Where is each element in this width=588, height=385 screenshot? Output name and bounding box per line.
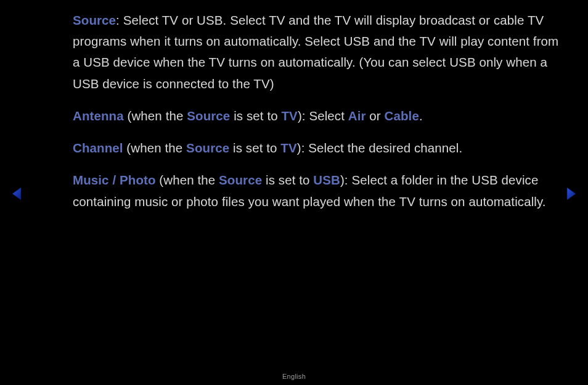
- term-source: Source: [73, 13, 116, 27]
- triangle-left-icon: [11, 187, 22, 201]
- term-source: Source: [187, 109, 230, 123]
- paragraph-source: Source: Select TV or USB. Select TV and …: [73, 10, 560, 94]
- text: : Select TV or USB. Select TV and the TV…: [73, 13, 558, 91]
- previous-page-button[interactable]: [11, 187, 22, 201]
- text: (when the: [123, 141, 187, 155]
- paragraph-music-photo: Music / Photo (when the Source is set to…: [73, 170, 560, 212]
- term-air: Air: [348, 109, 366, 123]
- paragraph-antenna: Antenna (when the Source is set to TV): …: [73, 106, 560, 126]
- text: or: [366, 109, 385, 123]
- svg-marker-1: [567, 188, 576, 200]
- term-source: Source: [186, 141, 229, 155]
- text: ): Select the desired channel.: [297, 141, 463, 155]
- term-cable: Cable: [385, 109, 419, 123]
- text: (when the: [124, 109, 187, 123]
- term-usb: USB: [313, 173, 340, 187]
- manual-content: Source: Select TV or USB. Select TV and …: [73, 10, 560, 223]
- svg-marker-0: [12, 188, 21, 200]
- text: is set to: [230, 109, 281, 123]
- text: is set to: [262, 173, 313, 187]
- text: .: [419, 109, 423, 123]
- term-tv: TV: [280, 141, 296, 155]
- term-source: Source: [219, 173, 262, 187]
- term-channel: Channel: [73, 141, 123, 155]
- text: (when the: [156, 173, 219, 187]
- paragraph-channel: Channel (when the Source is set to TV): …: [73, 138, 560, 159]
- term-antenna: Antenna: [73, 109, 124, 123]
- text: is set to: [229, 141, 280, 155]
- term-tv: TV: [281, 109, 297, 123]
- term-music-photo: Music / Photo: [73, 173, 156, 187]
- text: ): Select: [298, 109, 348, 123]
- next-page-button[interactable]: [566, 187, 577, 201]
- triangle-right-icon: [566, 187, 577, 201]
- footer-language: English: [0, 373, 588, 380]
